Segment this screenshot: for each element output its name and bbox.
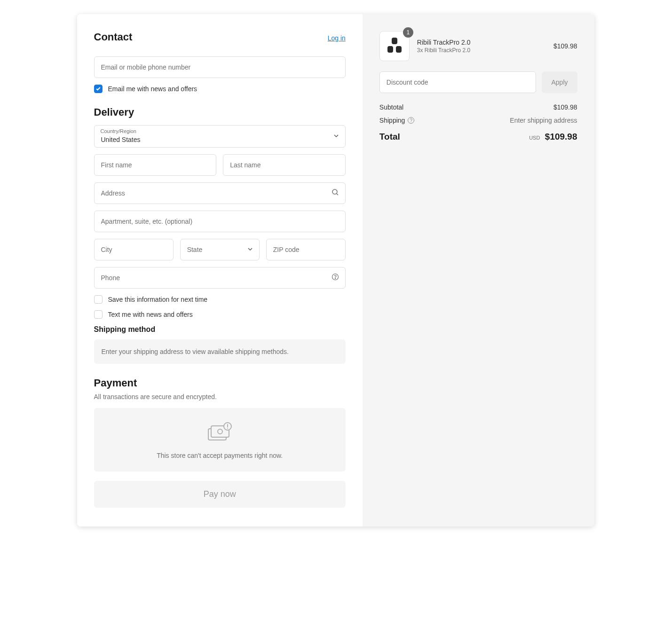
login-link[interactable]: Log in bbox=[328, 34, 346, 42]
delivery-heading: Delivery bbox=[94, 106, 346, 118]
last-name-field[interactable] bbox=[223, 154, 346, 176]
discount-row: Apply bbox=[379, 71, 577, 93]
apply-button[interactable]: Apply bbox=[542, 71, 577, 93]
text-news-checkbox[interactable] bbox=[94, 310, 103, 319]
svg-rect-9 bbox=[392, 38, 397, 44]
state-select[interactable]: State bbox=[180, 239, 260, 260]
shipping-value: Enter shipping address bbox=[510, 117, 577, 124]
cart-item-title: Ribili TrackPro 2.0 bbox=[417, 39, 546, 46]
save-info-label: Save this information for next time bbox=[108, 296, 208, 303]
currency-label: USD bbox=[529, 135, 540, 141]
email-news-checkbox[interactable] bbox=[94, 85, 103, 93]
payment-heading: Payment bbox=[94, 377, 346, 389]
total-row: Total USD $109.98 bbox=[379, 132, 577, 142]
subtotal-label: Subtotal bbox=[379, 103, 403, 111]
order-summary-panel: 1 Ribili TrackPro 2.0 3x Ribili TrackPro… bbox=[363, 14, 594, 526]
subtotal-row: Subtotal $109.98 bbox=[379, 103, 577, 111]
checkout-container: Contact Log in Email me with news and of… bbox=[77, 14, 594, 526]
total-label: Total bbox=[379, 132, 400, 142]
chevron-down-icon bbox=[333, 132, 339, 141]
text-news-label: Text me with news and offers bbox=[108, 311, 193, 318]
email-field[interactable] bbox=[94, 56, 346, 78]
cart-item-price: $109.98 bbox=[553, 42, 577, 50]
cart-item-info: Ribili TrackPro 2.0 3x Ribili TrackPro 2… bbox=[417, 39, 546, 54]
contact-heading: Contact bbox=[94, 31, 133, 43]
discount-code-field[interactable] bbox=[379, 71, 537, 93]
watch-icon bbox=[384, 36, 405, 56]
city-field[interactable] bbox=[94, 239, 174, 260]
country-select[interactable]: Country/Region United States bbox=[94, 125, 346, 148]
shipping-label: Shipping bbox=[379, 117, 405, 124]
svg-point-8 bbox=[227, 428, 228, 429]
payment-error-message: This store can't accept payments right n… bbox=[102, 452, 338, 459]
first-name-field[interactable] bbox=[94, 154, 217, 176]
country-value: United States bbox=[94, 125, 346, 148]
shipping-method-message: Enter your shipping address to view avai… bbox=[94, 339, 346, 364]
cart-thumb-wrap: 1 bbox=[379, 31, 410, 61]
checkout-form-panel: Contact Log in Email me with news and of… bbox=[77, 14, 363, 526]
subtotal-value: $109.98 bbox=[553, 103, 577, 111]
cart-item-subtitle: 3x Ribili TrackPro 2.0 bbox=[417, 47, 546, 54]
search-icon bbox=[332, 188, 339, 198]
email-news-label: Email me with news and offers bbox=[108, 85, 197, 93]
zip-field[interactable] bbox=[266, 239, 346, 260]
payment-error-box: This store can't accept payments right n… bbox=[94, 408, 346, 471]
payment-subtext: All transactions are secure and encrypte… bbox=[94, 393, 346, 401]
address-field[interactable] bbox=[94, 182, 346, 204]
svg-point-0 bbox=[332, 189, 337, 194]
qty-badge: 1 bbox=[403, 27, 413, 38]
chevron-down-icon bbox=[247, 245, 253, 254]
pay-now-button[interactable]: Pay now bbox=[94, 481, 346, 508]
svg-point-2 bbox=[335, 278, 335, 279]
save-info-checkbox[interactable] bbox=[94, 295, 103, 304]
shipping-row: Shipping ? Enter shipping address bbox=[379, 117, 577, 124]
payment-error-icon bbox=[205, 422, 234, 443]
total-value: $109.98 bbox=[545, 132, 577, 141]
help-icon[interactable] bbox=[332, 273, 339, 283]
shipping-method-heading: Shipping method bbox=[94, 325, 346, 334]
apartment-field[interactable] bbox=[94, 211, 346, 232]
help-icon[interactable]: ? bbox=[408, 117, 414, 124]
svg-rect-11 bbox=[396, 46, 402, 53]
phone-field[interactable] bbox=[94, 267, 346, 289]
svg-rect-10 bbox=[387, 46, 393, 53]
contact-header-row: Contact Log in bbox=[94, 31, 346, 50]
cart-item: 1 Ribili TrackPro 2.0 3x Ribili TrackPro… bbox=[379, 31, 577, 61]
